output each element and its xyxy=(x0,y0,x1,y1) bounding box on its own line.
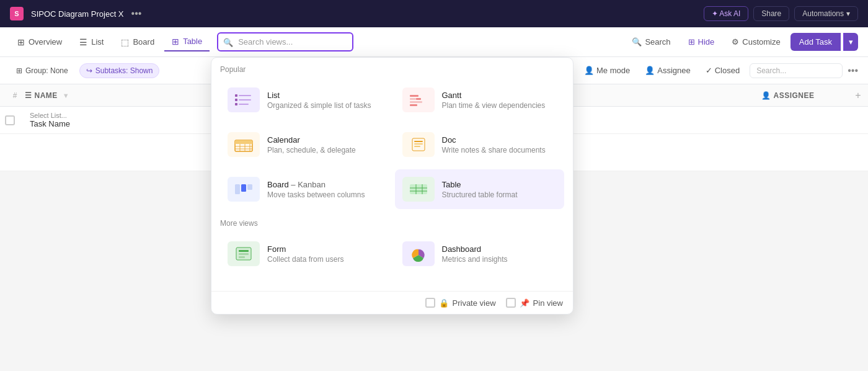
name-sort-icon: ☰ xyxy=(25,91,32,100)
ask-ai-button[interactable]: ✦ Ask AI xyxy=(704,6,749,21)
svg-rect-10 xyxy=(410,104,417,106)
me-mode-button[interactable]: 👤 Me mode xyxy=(579,63,635,78)
svg-rect-22 xyxy=(414,146,420,147)
name-filter-icon[interactable]: ▼ xyxy=(63,92,69,99)
toolbar-more-icon[interactable]: ••• xyxy=(848,65,858,76)
doc-view-text: Doc Write notes & share documents xyxy=(442,135,557,154)
view-item-calendar[interactable]: Calendar Plan, schedule, & delegate xyxy=(220,125,390,164)
toolbar-right: ≡ Filter 👤 Me mode 👤 Assignee ✓ Closed •… xyxy=(539,63,858,78)
doc-view-icon xyxy=(402,132,435,157)
svg-rect-6 xyxy=(410,95,418,97)
assignee-col-icon: 👤 xyxy=(761,91,771,100)
calendar-view-desc: Plan, schedule, & delegate xyxy=(267,146,383,154)
svg-rect-7 xyxy=(410,98,416,100)
app-logo: S xyxy=(10,7,24,20)
group-chip[interactable]: ⊞ Group: None xyxy=(10,64,74,78)
col-num: # xyxy=(5,91,25,100)
search-icon: 🔍 xyxy=(632,37,642,47)
add-col-button[interactable]: + xyxy=(848,90,868,101)
assignee-icon: 👤 xyxy=(645,66,655,75)
subtasks-label: Subtasks: Shown xyxy=(95,66,153,75)
nav-list[interactable]: ☰ List xyxy=(72,34,111,51)
list-view-icon xyxy=(228,87,260,112)
gantt-view-text: Gantt Plan time & view dependencies xyxy=(442,91,557,110)
svg-rect-2 xyxy=(235,103,237,105)
topbar: S SIPOC Diagram Project X ••• ✦ Ask AI S… xyxy=(0,0,868,27)
svg-rect-0 xyxy=(235,94,237,97)
add-task-dropdown-button[interactable]: ▾ xyxy=(843,33,858,51)
svg-rect-20 xyxy=(414,141,423,142)
row-checkbox[interactable] xyxy=(5,115,15,125)
views-dropdown: Popular List Organized & simple l xyxy=(211,57,574,171)
list-view-text: List Organized & simple list of tasks xyxy=(267,91,383,110)
assignee-button[interactable]: 👤 Assignee xyxy=(640,63,695,78)
closed-button[interactable]: ✓ Closed xyxy=(701,63,745,78)
project-title: SIPOC Diagram Project X xyxy=(31,9,124,19)
automations-button[interactable]: Automations ▾ xyxy=(794,6,858,21)
list-view-desc: Organized & simple list of tasks xyxy=(267,101,383,110)
calendar-view-icon xyxy=(228,132,260,157)
nav-board[interactable]: ⬚ Board xyxy=(113,34,162,51)
view-item-doc[interactable]: Doc Write notes & share documents xyxy=(395,125,565,164)
dropdown-body: Popular List Organized & simple l xyxy=(211,58,573,171)
col-assignee-header: 👤 ASSIGNEE xyxy=(761,91,848,100)
view-item-gantt[interactable]: Gantt Plan time & view dependencies xyxy=(395,80,565,120)
closed-icon: ✓ xyxy=(706,66,712,75)
search-views-input[interactable] xyxy=(217,32,353,51)
nav-table-label: Table xyxy=(183,37,202,46)
customize-icon: ⚙ xyxy=(732,37,739,47)
calendar-view-text: Calendar Plan, schedule, & delegate xyxy=(267,135,383,154)
me-mode-label: Me mode xyxy=(596,66,630,75)
subtasks-chip[interactable]: ↪ Subtasks: Shown xyxy=(79,63,160,78)
svg-rect-8 xyxy=(416,98,421,100)
project-more-icon[interactable]: ••• xyxy=(131,8,142,19)
svg-rect-3 xyxy=(239,95,251,96)
group-label: Group: None xyxy=(25,66,68,75)
customize-label: Customize xyxy=(742,37,780,47)
me-mode-icon: 👤 xyxy=(584,66,594,75)
nav-overview[interactable]: ⊞ Overview xyxy=(10,34,69,51)
view-item-board[interactable]: Board – Kanban Move tasks between column… xyxy=(220,169,390,171)
popular-views-grid: List Organized & simple list of tasks xyxy=(220,80,564,171)
list-view-name: List xyxy=(267,91,383,100)
svg-rect-1 xyxy=(235,99,237,101)
doc-view-name: Doc xyxy=(442,135,557,145)
topbar-actions: ✦ Ask AI Share Automations ▾ xyxy=(704,6,858,21)
svg-rect-13 xyxy=(235,142,252,144)
subtasks-icon: ↪ xyxy=(86,66,92,75)
share-button[interactable]: Share xyxy=(753,6,789,21)
nav-overview-label: Overview xyxy=(29,37,62,47)
chevron-down-icon: ▾ xyxy=(849,37,853,47)
gantt-view-desc: Plan time & view dependencies xyxy=(442,101,557,110)
doc-view-desc: Write notes & share documents xyxy=(442,146,557,154)
customize-button[interactable]: ⚙ Customize xyxy=(724,34,787,50)
nav-search-icon: 🔍 xyxy=(223,37,233,47)
row-num xyxy=(5,115,25,125)
nav-table[interactable]: ⊞ Table xyxy=(164,33,210,51)
search-label: Search xyxy=(645,37,670,47)
nav-search-container: 🔍 xyxy=(217,32,353,51)
toolbar-search-input[interactable] xyxy=(750,63,843,78)
svg-rect-4 xyxy=(239,99,251,101)
hide-button[interactable]: ⊞ Hide xyxy=(681,34,722,50)
closed-label: Closed xyxy=(715,66,740,75)
add-task-button[interactable]: Add Task xyxy=(790,33,841,51)
search-button[interactable]: 🔍 Search xyxy=(624,34,678,50)
calendar-view-name: Calendar xyxy=(267,135,383,145)
assignee-label: Assignee xyxy=(657,66,690,75)
view-item-list[interactable]: List Organized & simple list of tasks xyxy=(220,80,390,120)
nav-board-label: Board xyxy=(133,37,154,47)
nav-list-label: List xyxy=(91,37,104,47)
svg-rect-5 xyxy=(239,104,249,105)
hide-icon: ⊞ xyxy=(688,37,695,47)
navbar: ⊞ Overview ☰ List ⬚ Board ⊞ Table 🔍 🔍 Se… xyxy=(0,27,868,57)
hide-label: Hide xyxy=(698,37,715,47)
view-item-table[interactable]: Table Structured table format xyxy=(395,169,565,171)
group-icon: ⊞ xyxy=(16,66,22,75)
gantt-view-name: Gantt xyxy=(442,91,557,100)
svg-rect-21 xyxy=(414,143,423,145)
table-nav-icon: ⊞ xyxy=(172,37,179,47)
svg-rect-9 xyxy=(410,101,422,103)
popular-section-label: Popular xyxy=(220,65,564,74)
navbar-right: 🔍 Search ⊞ Hide ⚙ Customize Add Task ▾ xyxy=(624,33,858,51)
